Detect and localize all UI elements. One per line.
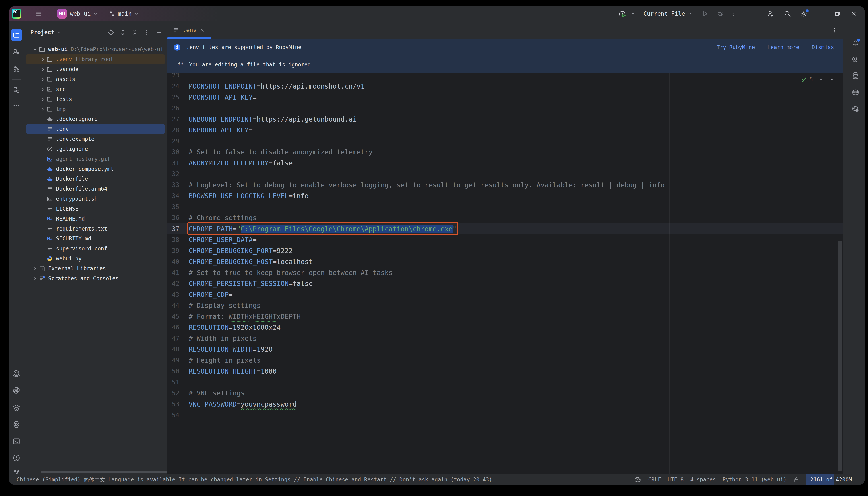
code-line-33[interactable]: 33# LogLevel: Set to debug to enable ver… (167, 179, 843, 190)
prev-problem-icon[interactable] (818, 77, 824, 82)
python-console-icon[interactable] (11, 385, 22, 396)
code-line-30[interactable]: 30# Set to false to disable anonymized t… (167, 146, 843, 158)
commit-tool-icon[interactable] (11, 63, 22, 74)
code-line-47[interactable]: 47# Width in pixels (167, 333, 843, 344)
tree-item-docker-compose-yml[interactable]: docker-compose.yml (24, 164, 167, 174)
copilot-status-icon[interactable] (634, 476, 641, 483)
chevron-right-icon[interactable] (40, 76, 46, 82)
code-line-42[interactable]: 42CHROME_PERSISTENT_SESSION=false (167, 278, 843, 289)
code-line-39[interactable]: 39CHROME_DEBUGGING_PORT=9222 (167, 245, 843, 256)
code-line-35[interactable]: 35 (167, 201, 843, 212)
notifications-icon[interactable] (850, 37, 861, 49)
chevron-down-icon[interactable] (32, 46, 38, 52)
locate-file-icon[interactable] (107, 28, 115, 37)
encoding-widget[interactable]: UTF-8 (668, 477, 684, 483)
more-actions-icon[interactable] (729, 6, 739, 21)
copilot-icon[interactable] (850, 87, 861, 98)
status-message[interactable]: Chinese (Simplified) 简体中文 Language is av… (17, 476, 492, 483)
project-view-selector[interactable]: Project (30, 29, 62, 36)
tree-item--env[interactable]: .env (24, 124, 167, 134)
code-line-29[interactable]: 29 (167, 136, 843, 146)
structure-tool-icon[interactable] (11, 84, 22, 96)
project-panel-hscrollbar[interactable] (41, 470, 167, 473)
profiler-icon[interactable] (616, 6, 629, 21)
code-with-me-icon[interactable] (764, 6, 777, 21)
code-line-54[interactable]: 54 (167, 409, 843, 421)
problems-tool-icon[interactable] (11, 452, 22, 464)
code-line-27[interactable]: 27UNBOUND_ENDPOINT=https://api.getunboun… (167, 113, 843, 125)
code-line-40[interactable]: 40CHROME_DEBUGGING_HOST=localhost (167, 256, 843, 267)
tree-item--dockerignore[interactable]: .dockerignore (24, 114, 167, 124)
tree-item-security-md[interactable]: M↓SECURITY.md (24, 234, 167, 244)
huggingface-tool-icon[interactable] (11, 368, 22, 379)
code-line-52[interactable]: 52# VNC settings (167, 388, 843, 399)
code-line-23[interactable]: 23 (167, 73, 843, 81)
hide-panel-icon[interactable] (154, 28, 163, 37)
lock-icon[interactable] (793, 476, 800, 483)
tree-item-entrypoint-sh[interactable]: entrypoint.sh (24, 194, 167, 204)
chevron-right-icon[interactable] (40, 106, 46, 112)
memory-indicator[interactable]: 2161 of 4200M (806, 474, 863, 485)
code-line-53[interactable]: 53VNC_PASSWORD=youvncpassword (167, 399, 843, 409)
tree-item--vscode[interactable]: .vscode (24, 64, 167, 74)
restore-window-icon[interactable] (831, 6, 844, 21)
close-window-icon[interactable] (847, 6, 861, 21)
dismiss-link[interactable]: Dismiss (812, 44, 834, 50)
code-line-25[interactable]: 25MOONSHOT_API_KEY= (167, 92, 843, 103)
python-interpreter-widget[interactable]: Python 3.11 (web-ui) (723, 477, 787, 483)
project-badge[interactable]: WU (57, 9, 67, 19)
code-line-50[interactable]: 50RESOLUTION_HEIGHT=1080 (167, 366, 843, 377)
code-line-31[interactable]: 31ANONYMIZED_TELEMETRY=false (167, 157, 843, 169)
code-line-43[interactable]: 43CHROME_CDP= (167, 289, 843, 300)
ai-assistant-icon[interactable] (850, 53, 861, 65)
chevron-right-icon[interactable] (40, 87, 46, 92)
tree-item-readme-md[interactable]: M↓README.md (24, 214, 167, 223)
indent-widget[interactable]: 4 spaces (690, 477, 716, 483)
chevron-right-icon[interactable] (32, 276, 38, 281)
profiler-dropdown-icon[interactable] (629, 6, 636, 21)
next-problem-icon[interactable] (829, 77, 835, 82)
tree-item-src[interactable]: src (24, 84, 167, 94)
chevron-right-icon[interactable] (40, 96, 46, 102)
tree-item-scratches-and-consoles[interactable]: Scratches and Consoles (24, 274, 167, 283)
code-line-45[interactable]: 45# Format: WIDTHxHEIGHTxDEPTH (167, 311, 843, 322)
code-line-49[interactable]: 49# Height in pixels (167, 355, 843, 366)
tree-item-external-libraries[interactable]: External Libraries (24, 264, 167, 274)
tree-item-dockerfile-arm64[interactable]: Dockerfile.arm64 (24, 184, 167, 194)
database-icon[interactable] (850, 70, 861, 81)
code-line-26[interactable]: 26 (167, 103, 843, 114)
run-configuration-selector[interactable]: Current File (644, 6, 692, 21)
pull-requests-icon[interactable]: ? (11, 46, 22, 58)
chevron-right-icon[interactable] (32, 266, 38, 272)
code-editor[interactable]: 2324MOONSHOT_ENDPOINT=https://api.moonsh… (167, 73, 843, 474)
code-line-34[interactable]: 34BROWSER_USE_LOGGING_LEVEL=info (167, 190, 843, 202)
tree-item-requirements-txt[interactable]: requirements.txt (24, 223, 167, 234)
tree-item--venv[interactable]: .venvlibrary root (24, 54, 167, 64)
tab-bar-options-icon[interactable] (832, 21, 838, 39)
search-everywhere-icon[interactable] (781, 6, 794, 21)
tree-item-supervisord-conf[interactable]: supervisord.conf (24, 244, 167, 253)
try-rubymine-link[interactable]: Try RubyMine (716, 44, 755, 50)
tree-item--gitignore[interactable]: .gitignore (24, 144, 167, 154)
tree-item-tests[interactable]: tests (24, 94, 167, 104)
services-tool-icon[interactable] (11, 419, 22, 430)
tree-item-license[interactable]: LICENSE (24, 204, 167, 214)
python-packages-icon[interactable] (11, 402, 22, 414)
vcs-branch-selector[interactable]: main (109, 6, 139, 21)
debug-button[interactable] (714, 6, 726, 21)
code-line-38[interactable]: 38CHROME_USER_DATA= (167, 234, 843, 245)
copilot-chat-icon[interactable] (850, 103, 861, 115)
code-line-41[interactable]: 41# Set to true to keep browser open bet… (167, 267, 843, 278)
settings-gear-icon[interactable] (797, 6, 810, 21)
tree-item-web-ui[interactable]: web-uiD:\IdeaPro\browser-use\web-ui (24, 44, 167, 54)
inspections-widget[interactable]: 5 (801, 76, 835, 83)
code-line-44[interactable]: 44# Display settings (167, 300, 843, 311)
project-tool-icon[interactable] (11, 29, 22, 41)
tab-close-icon[interactable] (200, 28, 205, 33)
tree-item-dockerfile[interactable]: Dockerfile (24, 174, 167, 184)
minimize-window-icon[interactable] (814, 6, 827, 21)
project-selector[interactable]: web-ui (70, 6, 98, 21)
terminal-tool-icon[interactable] (11, 436, 22, 447)
code-line-51[interactable]: 51 (167, 377, 843, 388)
main-menu-icon[interactable] (34, 6, 43, 21)
